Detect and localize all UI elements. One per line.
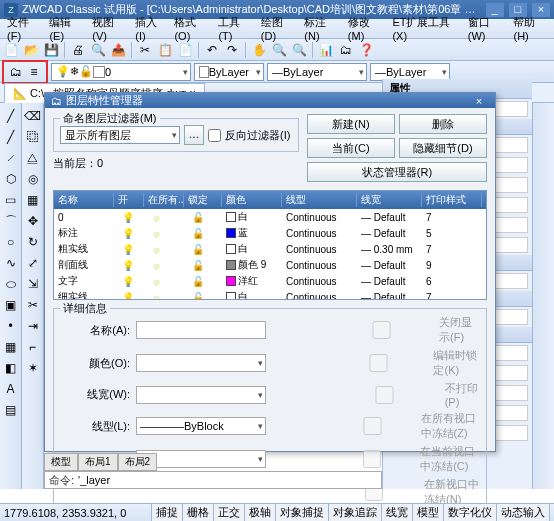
layout-tab[interactable]: 布局1 [78, 453, 118, 471]
column-header[interactable]: 线宽 [357, 193, 422, 207]
state-manager-button[interactable]: 状态管理器(R) [307, 162, 487, 182]
pan-icon[interactable]: ✋ [250, 41, 268, 59]
detail-color-combo[interactable] [136, 354, 266, 372]
line-icon[interactable]: ╱ [2, 107, 20, 125]
cut-icon[interactable]: ✂ [136, 41, 154, 59]
status-toggle[interactable]: 动态输入 [496, 503, 550, 521]
menu-item[interactable]: ET扩展工具(X) [387, 13, 462, 44]
set-current-button[interactable]: 当前(C) [307, 138, 395, 158]
layout-tab[interactable]: 布局2 [118, 453, 158, 471]
status-toggle[interactable]: 正交 [213, 503, 245, 521]
dialog-close-icon[interactable]: × [469, 95, 489, 107]
table-row[interactable]: 标注💡☼🔓蓝Continuous— Default5 [54, 225, 486, 241]
fillet-icon[interactable]: ⌐ [24, 338, 42, 356]
offset-icon[interactable]: ◎ [24, 170, 42, 188]
polygon-icon[interactable]: ⬡ [2, 170, 20, 188]
status-toggle[interactable]: 对象捕捉 [275, 503, 329, 521]
move-icon[interactable]: ✥ [24, 212, 42, 230]
lineweight-combo[interactable]: — ByLayer [370, 63, 450, 81]
column-header[interactable]: 打印样式 [422, 193, 482, 207]
reverse-filter-checkbox[interactable] [208, 129, 221, 142]
trim-icon[interactable]: ✂ [24, 296, 42, 314]
ellipse-icon[interactable]: ⬭ [2, 275, 20, 293]
table-row[interactable]: 文字💡☼🔓洋红Continuous— Default6 [54, 273, 486, 289]
column-header[interactable]: 颜色 [222, 193, 282, 207]
color-combo[interactable]: ByLayer [194, 63, 264, 81]
erase-icon[interactable]: ⌫ [24, 107, 42, 125]
menu-item[interactable]: 文件(F) [2, 13, 44, 44]
array-icon[interactable]: ▦ [24, 191, 42, 209]
zoom-prev-icon[interactable]: 🔍 [290, 41, 308, 59]
status-toggle[interactable]: 对象追踪 [328, 503, 382, 521]
circle-icon[interactable]: ○ [2, 233, 20, 251]
mirror-icon[interactable]: ⧋ [24, 149, 42, 167]
props-icon[interactable]: 📊 [317, 41, 335, 59]
design-center-icon[interactable]: 🗂 [337, 41, 355, 59]
save-icon[interactable]: 💾 [42, 41, 60, 59]
xline-icon[interactable]: ╱ [2, 128, 20, 146]
layer-state-icon[interactable]: ≡ [25, 63, 43, 81]
publish-icon[interactable]: 📤 [109, 41, 127, 59]
menu-item[interactable]: 绘图(D) [256, 13, 300, 44]
hide-details-button[interactable]: 隐藏细节(D) [399, 138, 487, 158]
column-header[interactable]: 名称 [54, 193, 114, 207]
zoom-icon[interactable]: 🔍 [270, 41, 288, 59]
table-row[interactable]: 剖面线💡☼🔓颜色 9Continuous— Default9 [54, 257, 486, 273]
status-toggle[interactable]: 栅格 [182, 503, 214, 521]
detail-lineweight-combo[interactable] [136, 386, 266, 404]
status-toggle[interactable]: 极轴 [244, 503, 276, 521]
new-layer-button[interactable]: 新建(N) [307, 114, 395, 134]
arc-icon[interactable]: ⌒ [2, 212, 20, 230]
menu-item[interactable]: 视图(V) [87, 13, 130, 44]
layout-tab[interactable]: 模型 [44, 453, 78, 471]
rect-icon[interactable]: ▭ [2, 191, 20, 209]
status-toggle[interactable]: 捕捉 [151, 503, 183, 521]
linetype-combo[interactable]: — ByLayer [267, 63, 367, 81]
detail-name-input[interactable] [136, 321, 266, 339]
block-icon[interactable]: ▣ [2, 296, 20, 314]
menu-item[interactable]: 标注(N) [299, 13, 343, 44]
menu-item[interactable]: 帮助(H) [508, 13, 552, 44]
point-icon[interactable]: • [2, 317, 20, 335]
table-row[interactable]: 细实线💡☼🔓白Continuous— Default7 [54, 289, 486, 300]
spline-icon[interactable]: ∿ [2, 254, 20, 272]
copy-icon[interactable]: 📋 [156, 41, 174, 59]
rotate-icon[interactable]: ↻ [24, 233, 42, 251]
menu-item[interactable]: 修改(M) [343, 13, 388, 44]
text-icon[interactable]: A [2, 380, 20, 398]
open-icon[interactable]: 📂 [22, 41, 40, 59]
region-icon[interactable]: ◧ [2, 359, 20, 377]
menu-item[interactable]: 工具(T) [213, 13, 255, 44]
detail-linetype-combo[interactable]: ———— ByBlock [136, 417, 266, 435]
column-header[interactable]: 开 [114, 193, 144, 207]
menu-item[interactable]: 插入(I) [130, 13, 169, 44]
redo-icon[interactable]: ↷ [223, 41, 241, 59]
layer-combo[interactable]: 💡❄🔓 0 [51, 63, 191, 81]
hatch-icon[interactable]: ▦ [2, 338, 20, 356]
print-icon[interactable]: 🖨 [69, 41, 87, 59]
status-toggle[interactable]: 模型 [412, 503, 444, 521]
undo-icon[interactable]: ↶ [203, 41, 221, 59]
menu-item[interactable]: 窗口(W) [463, 13, 509, 44]
dialog-titlebar[interactable]: 🗂 图层特性管理器 × [45, 93, 495, 108]
help-icon[interactable]: ❓ [357, 41, 375, 59]
copy-obj-icon[interactable]: ⿻ [24, 128, 42, 146]
table-row[interactable]: 0💡☼🔓白Continuous— Default7 [54, 209, 486, 225]
filter-browse-button[interactable]: … [184, 125, 204, 145]
column-header[interactable]: 在所有... [144, 193, 184, 207]
delete-layer-button[interactable]: 删除 [399, 114, 487, 134]
status-toggle[interactable]: 数字化仪 [443, 503, 497, 521]
stretch-icon[interactable]: ⇲ [24, 275, 42, 293]
menu-item[interactable]: 格式(O) [169, 13, 213, 44]
column-header[interactable]: 线型 [282, 193, 357, 207]
extend-icon[interactable]: ⇥ [24, 317, 42, 335]
scale-icon[interactable]: ⤢ [24, 254, 42, 272]
filter-combo[interactable]: 显示所有图层 [60, 126, 180, 144]
paste-icon[interactable]: 📄 [176, 41, 194, 59]
new-icon[interactable]: 📄 [2, 41, 20, 59]
status-toggle[interactable]: 线宽 [381, 503, 413, 521]
preview-icon[interactable]: 🔍 [89, 41, 107, 59]
table-row[interactable]: 粗实线💡☼🔓白Continuous— 0.30 mm7 [54, 241, 486, 257]
layer-manager-icon[interactable]: 🗂 [7, 63, 25, 81]
layer-table[interactable]: 名称开在所有...锁定颜色线型线宽打印样式 0💡☼🔓白Continuous— D… [53, 190, 487, 300]
